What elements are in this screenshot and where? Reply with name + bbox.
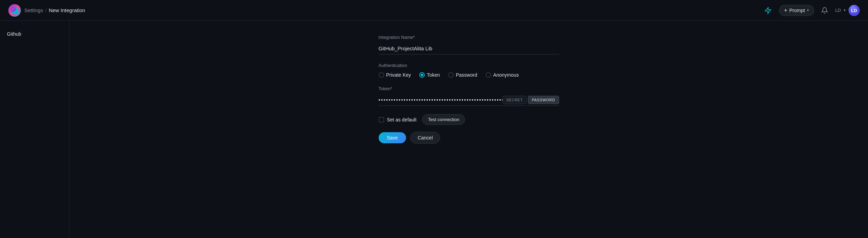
- integration-name-label: Integration Name*: [379, 35, 559, 40]
- auth-password-radio[interactable]: [448, 72, 454, 78]
- current-page-label: New Integration: [49, 7, 85, 13]
- auth-token-label: Token: [427, 72, 440, 78]
- user-initials[interactable]: LD: [835, 8, 841, 13]
- user-section: LD ▾ LD: [835, 5, 860, 16]
- breadcrumb: Settings / New Integration: [24, 7, 85, 13]
- set-as-default-checkbox[interactable]: [379, 117, 384, 122]
- auth-anonymous-label: Anonymous: [493, 72, 519, 78]
- auth-private-key-radio[interactable]: [379, 72, 384, 78]
- set-as-default-label: Set as default: [387, 117, 417, 122]
- auth-password-option[interactable]: Password: [448, 72, 477, 78]
- user-avatar[interactable]: LD: [849, 5, 860, 16]
- navbar-left: Settings / New Integration: [8, 4, 85, 17]
- token-group: Token* SECRET PASSWORD: [379, 86, 559, 106]
- auth-anonymous-option[interactable]: Anonymous: [486, 72, 519, 78]
- token-btn-group: SECRET PASSWORD: [503, 96, 559, 104]
- svg-point-0: [11, 7, 18, 14]
- breadcrumb-separator: /: [45, 7, 47, 13]
- prompt-button[interactable]: + Save Prompt ▾: [779, 5, 814, 16]
- token-password-button[interactable]: PASSWORD: [528, 96, 559, 104]
- auth-private-key-label: Private Key: [386, 72, 411, 78]
- prompt-plus-icon: +: [784, 7, 787, 14]
- navbar: Settings / New Integration + Save Prompt…: [0, 0, 868, 21]
- integration-name-input[interactable]: [379, 43, 559, 54]
- test-connection-button[interactable]: Test connection: [422, 114, 465, 125]
- token-secret-button[interactable]: SECRET: [503, 96, 527, 104]
- form-container: Integration Name* Authentication Private…: [379, 35, 559, 224]
- bottom-actions: Set as default Test connection: [379, 114, 559, 125]
- token-field-wrapper: SECRET PASSWORD: [379, 94, 559, 106]
- user-chevron-icon: ▾: [844, 8, 846, 12]
- save-button[interactable]: Save: [379, 132, 406, 143]
- chevron-down-icon: ▾: [807, 8, 809, 12]
- auth-radio-group: Private Key Token Password Anonymous: [379, 72, 559, 78]
- token-input[interactable]: [379, 94, 503, 105]
- navbar-right: + Save Prompt ▾ LD ▾: [763, 5, 860, 16]
- auth-token-radio[interactable]: [419, 72, 425, 78]
- auth-label: Authentication: [379, 63, 559, 68]
- auth-password-label: Password: [456, 72, 477, 78]
- sidebar-item-github[interactable]: Github: [0, 28, 69, 40]
- token-label: Token*: [379, 86, 559, 91]
- settings-link[interactable]: Settings: [24, 7, 43, 13]
- auth-token-option[interactable]: Token: [419, 72, 440, 78]
- svg-text:LD: LD: [851, 8, 857, 13]
- cancel-button[interactable]: Cancel: [410, 132, 440, 144]
- set-as-default-item[interactable]: Set as default: [379, 117, 417, 122]
- notification-bell-button[interactable]: [820, 6, 829, 15]
- save-cancel-row: Save Cancel: [379, 132, 559, 144]
- main-layout: Github Integration Name* Authentication …: [0, 21, 868, 238]
- prompt-text: Prompt: [789, 8, 805, 13]
- integration-name-group: Integration Name*: [379, 35, 559, 54]
- sidebar: Github: [0, 21, 69, 238]
- authentication-group: Authentication Private Key Token Passwor…: [379, 63, 559, 78]
- main-content: Integration Name* Authentication Private…: [69, 21, 868, 238]
- auth-anonymous-radio[interactable]: [486, 72, 491, 78]
- app-logo[interactable]: [8, 4, 21, 17]
- alita-icon-button[interactable]: [763, 5, 773, 16]
- auth-private-key-option[interactable]: Private Key: [379, 72, 411, 78]
